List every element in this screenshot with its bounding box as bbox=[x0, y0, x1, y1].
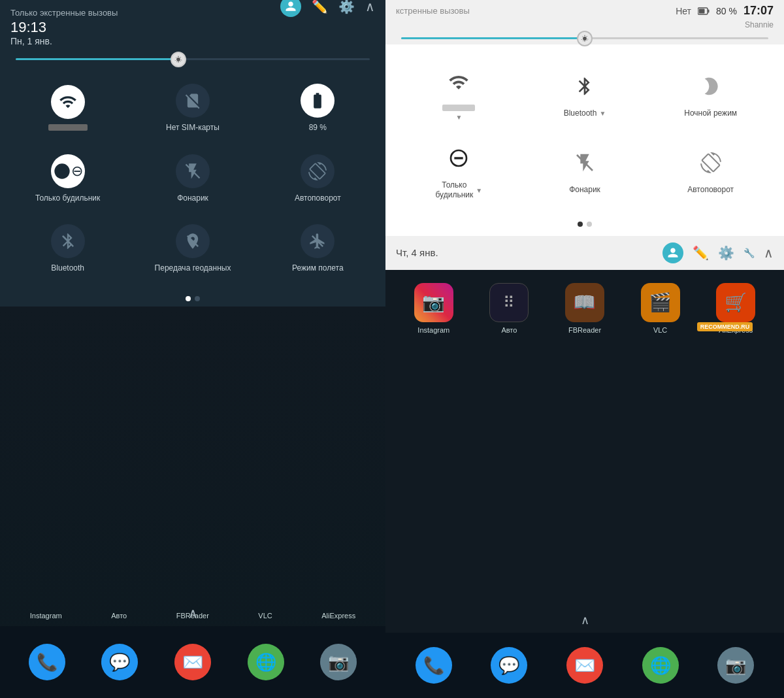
left-app-label-ali: AliExpress bbox=[321, 612, 355, 620]
svg-text:⊖: ⊖ bbox=[57, 163, 67, 176]
right-time: 17:07 bbox=[743, 4, 774, 18]
right-tiles-area: ▼ Bluetooth ▼ Ночной режим bbox=[385, 44, 784, 236]
right-app-fbreader[interactable]: 📖 FBReader bbox=[565, 283, 604, 334]
left-app-chrome[interactable]: 🌐 bbox=[248, 644, 284, 680]
tile-alarm-label: Только будильник bbox=[35, 193, 100, 204]
airplane-icon bbox=[301, 224, 335, 258]
right-date: Чт, 4 янв. bbox=[396, 247, 438, 258]
left-bottom-nav: 📞 💬 ✉️ 🌐 📷 bbox=[0, 626, 385, 698]
tile-geodata[interactable]: Передача геоданных bbox=[130, 214, 255, 284]
collapse-icon[interactable]: ∧ bbox=[365, 0, 375, 14]
left-pagination bbox=[0, 291, 385, 307]
right-alarm-label: Толькобудильник ▼ bbox=[436, 180, 483, 201]
right-vlc-label: VLC bbox=[653, 326, 667, 334]
settings-icon[interactable]: ⚙️ bbox=[338, 0, 355, 14]
right-brightness-thumb[interactable] bbox=[577, 31, 593, 46]
tile-bluetooth-label: Bluetooth bbox=[51, 263, 84, 274]
tile-flashlight[interactable]: Фонарик bbox=[130, 144, 255, 214]
tile-alarm[interactable]: ⊖ ⊖ Только будильник bbox=[5, 144, 130, 214]
right-nav-gmail[interactable]: ✉️ bbox=[566, 647, 603, 684]
right-vlc-icon: 🎬 bbox=[641, 283, 680, 322]
left-app-camera[interactable]: 📷 bbox=[320, 644, 357, 680]
right-settings-extra[interactable]: 🔧 bbox=[743, 248, 755, 258]
right-collapse-icon[interactable]: ∧ bbox=[764, 245, 774, 261]
left-chevron-up[interactable]: ∧ bbox=[188, 605, 198, 621]
tile-autorotate[interactable]: Автоповорот bbox=[255, 144, 380, 214]
right-bottom-header: Чт, 4 янв. ✏️ ⚙️ 🔧 ∧ bbox=[385, 236, 784, 270]
right-instagram-icon: 📷 bbox=[414, 283, 453, 322]
user-avatar-icon[interactable] bbox=[280, 0, 301, 17]
right-nav-chrome[interactable]: 🌐 bbox=[642, 647, 679, 684]
right-edit-icon[interactable]: ✏️ bbox=[693, 245, 709, 261]
right-apps-grid: 📷 Instagram ⠿ Авто 📖 FBReader 🎬 VLC 🛒 RE… bbox=[385, 270, 784, 334]
right-tile-flashlight[interactable]: Фонарик bbox=[522, 132, 648, 210]
left-brightness-row[interactable] bbox=[0, 49, 385, 67]
nosim-icon bbox=[176, 84, 210, 118]
right-dot-active bbox=[578, 222, 583, 227]
right-pagination bbox=[385, 215, 784, 229]
right-avto-label: Авто bbox=[501, 326, 517, 334]
edit-icon[interactable]: ✏️ bbox=[312, 0, 328, 14]
svg-rect-9 bbox=[699, 8, 705, 13]
tile-battery[interactable]: 89 % bbox=[255, 73, 380, 144]
alarm-icon: ⊖ ⊖ bbox=[51, 154, 85, 188]
right-settings-icon[interactable]: ⚙️ bbox=[718, 245, 734, 261]
right-user-avatar[interactable] bbox=[662, 242, 683, 263]
right-night-label: Ночной режим bbox=[684, 108, 737, 119]
right-flashlight-icon bbox=[568, 146, 602, 180]
right-bluetooth-label: Bluetooth ▼ bbox=[564, 108, 606, 119]
left-app-label-instagram: Instagram bbox=[30, 612, 62, 620]
right-brightness-row[interactable] bbox=[385, 31, 784, 44]
right-tile-wifi[interactable]: ▼ bbox=[396, 56, 522, 132]
right-fbreader-label: FBReader bbox=[568, 326, 601, 334]
left-time: 19:13 bbox=[10, 19, 375, 36]
right-chevron-up[interactable]: ∧ bbox=[581, 613, 589, 627]
left-app-label-vlc: VLC bbox=[258, 612, 272, 620]
wifi-icon bbox=[51, 85, 85, 119]
tile-airplane-label: Режим полета bbox=[292, 263, 344, 274]
right-fbreader-icon: 📖 bbox=[565, 283, 604, 322]
recommend-badge: RECOMMEND.RU bbox=[697, 322, 753, 331]
right-app-vlc[interactable]: 🎬 VLC bbox=[641, 283, 680, 334]
right-wifi-label: ▼ bbox=[442, 105, 475, 123]
right-tile-alarm[interactable]: Толькобудильник ▼ bbox=[396, 132, 522, 210]
tile-flashlight-label: Фонарик bbox=[177, 193, 208, 204]
right-bluetooth-icon bbox=[568, 69, 602, 103]
right-ali-icon: 🛒 bbox=[716, 283, 755, 322]
right-tile-autorotate[interactable]: Автоповорот bbox=[647, 132, 774, 210]
right-app-instagram[interactable]: 📷 Instagram bbox=[414, 283, 453, 334]
left-tiles-grid: Нет SIM-карты 89 % ⊖ ⊖ Только будильник … bbox=[0, 67, 385, 291]
tile-battery-label: 89 % bbox=[309, 123, 327, 133]
tile-autorotate-label: Автоповорот bbox=[295, 193, 341, 204]
right-tile-night[interactable]: Ночной режим bbox=[647, 56, 774, 132]
left-app-messages[interactable]: 💬 bbox=[101, 644, 138, 680]
right-username: Shannie bbox=[745, 20, 774, 29]
right-flashlight-label: Фонарик bbox=[569, 185, 600, 195]
right-tile-bluetooth[interactable]: Bluetooth ▼ bbox=[522, 56, 648, 132]
left-app-label-avto: Авто bbox=[111, 612, 127, 620]
tile-airplane[interactable]: Режим полета bbox=[255, 214, 380, 284]
right-app-ali[interactable]: 🛒 RECOMMEND.RU AliExpress bbox=[716, 283, 755, 334]
right-emergency-text: кстренные вызовы bbox=[396, 6, 470, 16]
right-nav-messages[interactable]: 💬 bbox=[491, 647, 527, 684]
tile-nosim[interactable]: Нет SIM-карты bbox=[130, 73, 255, 144]
right-app-avto[interactable]: ⠿ Авто bbox=[489, 283, 529, 334]
right-battery-pct: 80 % bbox=[716, 6, 737, 16]
right-nav-camera[interactable]: 📷 bbox=[717, 647, 754, 684]
battery-icon bbox=[301, 84, 335, 118]
svg-rect-8 bbox=[708, 9, 710, 12]
tile-bluetooth[interactable]: Bluetooth bbox=[5, 214, 130, 284]
right-dot-inactive bbox=[587, 222, 592, 227]
tile-wifi-label bbox=[48, 124, 88, 132]
tile-wifi[interactable] bbox=[5, 73, 130, 144]
left-app-gmail[interactable]: ✉️ bbox=[174, 644, 211, 680]
right-status-net: Нет bbox=[676, 6, 691, 16]
left-date: Пн, 1 янв. bbox=[10, 36, 375, 46]
right-alarm-icon bbox=[442, 141, 476, 175]
dot-inactive bbox=[195, 296, 200, 301]
left-app-phone[interactable]: 📞 bbox=[29, 644, 65, 680]
right-nav-phone[interactable]: 📞 bbox=[416, 647, 452, 684]
tile-nosim-label: Нет SIM-карты bbox=[166, 123, 220, 133]
location-icon bbox=[176, 224, 210, 258]
brightness-thumb[interactable] bbox=[171, 52, 186, 67]
